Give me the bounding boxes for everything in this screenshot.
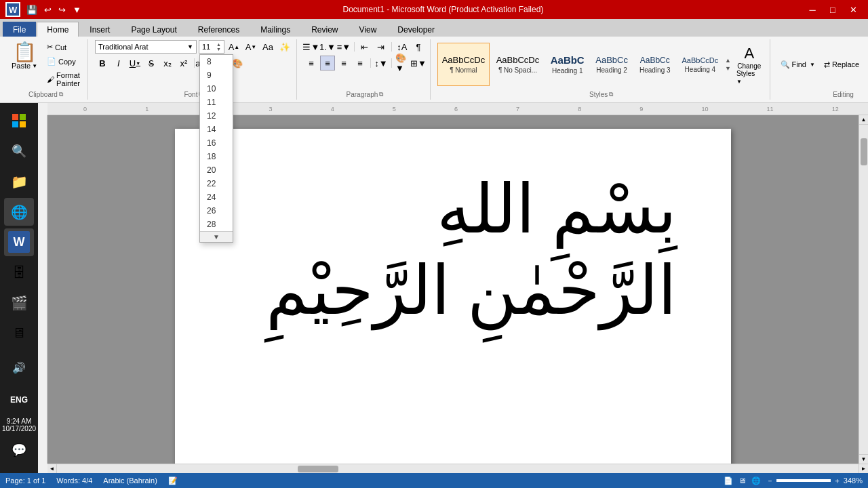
change-styles-btn[interactable]: A Change Styles ▼ [733, 43, 766, 87]
zoom-out-btn[interactable]: － [766, 476, 774, 486]
show-formatting-btn[interactable]: ¶ [411, 39, 426, 54]
style-normal[interactable]: AaBbCcDc ¶ Normal [437, 43, 490, 86]
strikethrough-btn[interactable]: S̶ [144, 56, 159, 70]
style-heading1[interactable]: AaBbC Heading 1 [546, 43, 589, 86]
save-qat-btn[interactable]: 💾 [24, 3, 39, 16]
styles-scroll-up[interactable]: ▲ [725, 57, 731, 64]
fontsize-28[interactable]: 28 [200, 218, 233, 231]
taskbar-premiere[interactable]: 🎬 [4, 289, 34, 317]
format-painter-button[interactable]: 🖌 Format Painter [43, 69, 83, 89]
tab-mailings[interactable]: Mailings [250, 22, 300, 37]
font-size-selector[interactable]: 11 ▲ ▼ [199, 40, 224, 54]
fontsize-20[interactable]: 20 [200, 163, 233, 177]
superscript-btn[interactable]: x² [176, 56, 191, 70]
fontsize-12[interactable]: 12 [200, 109, 233, 123]
paragraph-expand[interactable]: ⧉ [379, 91, 383, 98]
font-size-up[interactable]: ▲ [216, 42, 221, 47]
scrollbar-horizontal[interactable]: ◄ ► [47, 464, 868, 473]
fontsize-22[interactable]: 22 [200, 177, 233, 190]
shrink-font-btn[interactable]: A▼ [243, 39, 258, 54]
zoom-in-btn[interactable]: ＋ [833, 476, 841, 486]
line-spacing-btn[interactable]: ↕▼ [374, 56, 389, 70]
taskbar-start[interactable] [4, 107, 34, 135]
increase-indent-btn[interactable]: ⇥ [374, 39, 389, 54]
tab-file[interactable]: File [3, 22, 36, 37]
taskbar-notifications[interactable]: 💬 [4, 435, 34, 465]
view-normal-btn[interactable]: 📄 [724, 476, 733, 485]
bold-btn[interactable]: B [95, 56, 110, 70]
text-effects-btn[interactable]: ✨ [277, 39, 292, 54]
find-btn[interactable]: 🔍 Find ▼ [777, 58, 818, 71]
italic-btn[interactable]: I [111, 56, 126, 70]
fontsize-8[interactable]: 8 [200, 55, 233, 68]
scroll-right-btn[interactable]: ► [859, 464, 868, 474]
decrease-indent-btn[interactable]: ⇤ [357, 39, 372, 54]
styles-expand[interactable]: ⧉ [609, 91, 613, 98]
tab-review[interactable]: Review [301, 22, 348, 37]
taskbar-search[interactable]: 🔍 [4, 138, 34, 165]
view-web-btn[interactable]: 🌐 [751, 476, 761, 485]
styles-scroll-down[interactable]: ▼ [725, 65, 731, 72]
fontsize-9[interactable]: 9 [200, 68, 233, 82]
taskbar-edge[interactable]: 🌐 [4, 198, 34, 226]
align-center-btn[interactable]: ≡ [320, 56, 335, 70]
shading-para-btn[interactable]: 🎨▼ [395, 56, 410, 70]
qat-extra[interactable]: ▼ [71, 3, 83, 16]
redo-btn[interactable]: ↪ [56, 3, 68, 16]
underline-btn[interactable]: U▼ [127, 56, 142, 70]
tab-insert[interactable]: Insert [79, 22, 120, 37]
language-indicator[interactable]: Arabic (Bahrain) [103, 476, 157, 485]
view-layout-btn[interactable]: 🖥 [738, 476, 746, 485]
taskbar-clock[interactable]: 9:24 AM 10/17/2020 [2, 418, 36, 432]
zoom-level[interactable]: 348% [844, 476, 863, 485]
justify-btn[interactable]: ≡ [353, 56, 368, 70]
taskbar-explorer[interactable]: 📁 [4, 168, 34, 196]
select-btn[interactable]: ⬚ Select ▼ [865, 58, 868, 71]
taskbar-file-manager[interactable]: 🗄 [4, 259, 34, 287]
fontsize-24[interactable]: 24 [200, 190, 233, 204]
document-canvas[interactable]: بِسْمِ اللهِ الرَّحْمٰنِ الرَّحِيْمِ [47, 115, 859, 464]
replace-btn[interactable]: ⇄ Replace [821, 58, 863, 71]
clipboard-expand[interactable]: ⧉ [59, 91, 63, 98]
fontsize-18[interactable]: 18 [200, 150, 233, 163]
align-left-btn[interactable]: ≡ [304, 56, 319, 70]
tab-references[interactable]: References [188, 22, 250, 37]
grow-font-btn[interactable]: A▲ [226, 39, 241, 54]
paste-button[interactable]: 📋 Paste ▼ [8, 41, 41, 72]
scroll-thumb-h[interactable] [298, 466, 338, 472]
scrollbar-vertical[interactable]: ▲ ▼ [859, 115, 868, 464]
undo-btn[interactable]: ↩ [42, 3, 54, 16]
scroll-down-btn[interactable]: ▼ [859, 454, 869, 464]
clear-formatting-btn[interactable]: Aa [260, 39, 275, 54]
font-size-down[interactable]: ▼ [216, 47, 221, 52]
minimize-btn[interactable]: ─ [803, 3, 822, 16]
fontsize-16[interactable]: 16 [200, 136, 233, 150]
numbering-btn[interactable]: 1.▼ [320, 39, 335, 54]
align-right-btn[interactable]: ≡ [336, 56, 351, 70]
style-heading2[interactable]: AaBbCc Heading 2 [591, 43, 632, 86]
cut-button[interactable]: ✂ Cut [43, 41, 83, 54]
fontsize-11[interactable]: 11 [200, 96, 233, 109]
scroll-up-btn[interactable]: ▲ [859, 115, 869, 125]
scroll-thumb-v[interactable] [861, 138, 867, 165]
style-heading4[interactable]: AaBbCcDc Heading 4 [677, 43, 723, 86]
fontsize-10[interactable]: 10 [200, 82, 233, 96]
fontsize-26[interactable]: 26 [200, 204, 233, 218]
fontsize-scroll-btn[interactable]: ▼ [200, 231, 233, 242]
taskbar-monitor[interactable]: 🖥 [4, 319, 34, 347]
subscript-btn[interactable]: x₂ [160, 56, 175, 70]
fontsize-14[interactable]: 14 [200, 123, 233, 136]
font-name-selector[interactable]: Traditional Arat ▼ [95, 40, 197, 54]
taskbar-word[interactable]: W [4, 228, 34, 256]
taskbar-language[interactable]: ENG [4, 385, 34, 415]
tab-pagelayout[interactable]: Page Layout [121, 22, 186, 37]
taskbar-volume[interactable]: 🔊 [4, 352, 34, 382]
zoom-slider[interactable] [776, 479, 831, 482]
sort-btn[interactable]: ↕A [395, 39, 410, 54]
bullets-btn[interactable]: ☰▼ [304, 39, 319, 54]
tab-home[interactable]: Home [37, 22, 79, 37]
copy-button[interactable]: 📄 Copy [43, 55, 83, 68]
tab-developer[interactable]: Developer [387, 22, 445, 37]
arabic-content[interactable]: بِسْمِ اللهِ الرَّحْمٰنِ الرَّحِيْمِ [229, 169, 677, 332]
border-btn[interactable]: ⊞▼ [411, 56, 426, 70]
